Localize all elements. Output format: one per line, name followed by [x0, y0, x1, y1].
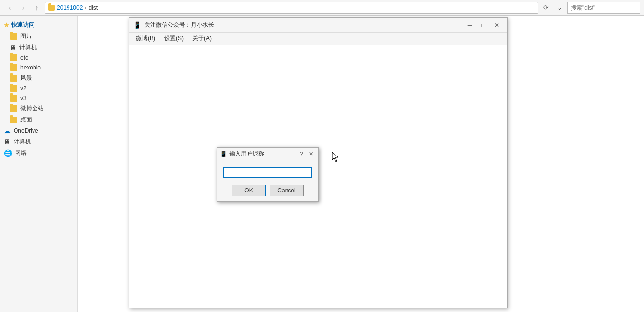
folder-icon-v2 [10, 85, 17, 92]
folder-icon-etc [10, 54, 17, 61]
sidebar-label-v3: v3 [20, 95, 27, 102]
folder-icon-scenery [10, 75, 17, 82]
sidebar-label-this-pc: 计算机 [14, 138, 31, 146]
breadcrumb: 20191002 › dist [45, 2, 538, 14]
sidebar-label-scenery: 风景 [20, 74, 32, 82]
close-button[interactable]: ✕ [491, 20, 503, 31]
folder-icon-v3 [10, 95, 17, 102]
app-title-text: 关注微信公众号：月小水长 [144, 21, 460, 29]
dialog-title-text: 输入用户昵称 [229, 150, 295, 158]
computer-icon-2: 🖥 [4, 138, 11, 146]
username-input[interactable] [223, 167, 312, 178]
sidebar-label-network: 网络 [15, 149, 27, 157]
folder-icon-hexoblo [10, 64, 17, 71]
sidebar-item-v3[interactable]: v3 [0, 93, 77, 103]
sidebar-label-pictures: 图片 [20, 32, 32, 40]
nav-bar: ‹ › ↑ 20191002 › dist ⟳ ⌄ [0, 0, 644, 16]
menu-settings[interactable]: 设置(S) [160, 33, 187, 44]
folder-icon-desktop [10, 117, 17, 123]
sidebar-label-computer: 计算机 [19, 43, 37, 52]
onedrive-icon: ☁ [4, 127, 11, 135]
sidebar-item-scenery[interactable]: 风景 [0, 72, 77, 84]
forward-button[interactable]: › [17, 2, 29, 14]
sidebar-item-desktop[interactable]: 桌面 [0, 114, 77, 125]
sidebar-label-desktop: 桌面 [20, 116, 32, 124]
dialog-footer: OK Cancel [217, 183, 318, 201]
sidebar-label-v2: v2 [20, 85, 27, 92]
maximize-button[interactable]: □ [477, 20, 490, 31]
back-button[interactable]: ‹ [4, 2, 16, 14]
sidebar-item-onedrive[interactable]: ☁ OneDrive [0, 125, 77, 136]
svg-marker-0 [332, 152, 338, 162]
folder-icon-weibo [10, 105, 17, 112]
dialog-titlebar: 📱 输入用户昵称 ? ✕ [217, 148, 318, 160]
search-input[interactable] [567, 2, 640, 14]
quick-access-label: 快速访问 [11, 21, 34, 29]
content-pane: 📱 关注微信公众号：月小水长 ─ □ ✕ 微博(B) 设置(S) 关于(A) 📱 [78, 16, 644, 312]
up-button[interactable]: ↑ [31, 2, 43, 14]
sidebar-item-this-pc[interactable]: 🖥 计算机 [0, 136, 77, 147]
app-window: 📱 关注微信公众号：月小水长 ─ □ ✕ 微博(B) 设置(S) 关于(A) 📱 [129, 17, 508, 308]
dialog-title-icon: 📱 [220, 151, 227, 157]
sidebar: ★ 快速访问 图片 🖥 计算机 etc hexoblo 风景 v2 [0, 16, 78, 312]
sidebar-item-pictures[interactable]: 图片 [0, 31, 77, 42]
sidebar-label-onedrive: OneDrive [14, 127, 38, 134]
sidebar-label-hexoblo: hexoblo [20, 64, 41, 71]
folder-icon-pictures [10, 33, 17, 40]
dialog-body [217, 160, 318, 183]
star-icon: ★ [4, 22, 9, 29]
window-controls: ─ □ ✕ [463, 20, 503, 31]
app-title-icon: 📱 [133, 21, 141, 29]
minimize-button[interactable]: ─ [463, 20, 476, 31]
window-menubar: 微博(B) 设置(S) 关于(A) [129, 33, 507, 45]
sidebar-item-hexoblo[interactable]: hexoblo [0, 63, 77, 72]
refresh-button[interactable]: ⟳ [540, 2, 552, 14]
breadcrumb-part2: dist [88, 4, 98, 11]
mouse-cursor [332, 152, 338, 162]
sidebar-label-weibo: 微博全站 [20, 104, 44, 113]
ok-button[interactable]: OK [232, 185, 266, 196]
computer-icon-1: 🖥 [10, 44, 17, 52]
sidebar-item-v2[interactable]: v2 [0, 84, 77, 93]
menu-about[interactable]: 关于(A) [188, 33, 216, 44]
sidebar-label-etc: etc [20, 54, 28, 61]
breadcrumb-part1[interactable]: 20191002 [57, 4, 83, 11]
dialog-help-button[interactable]: ? [297, 150, 305, 158]
dialog-close-button[interactable]: ✕ [306, 150, 315, 158]
sidebar-item-weibo[interactable]: 微博全站 [0, 103, 77, 114]
sidebar-quick-access[interactable]: ★ 快速访问 [0, 19, 77, 31]
input-dialog: 📱 输入用户昵称 ? ✕ OK Cancel [217, 147, 319, 202]
main-area: ★ 快速访问 图片 🖥 计算机 etc hexoblo 风景 v2 [0, 16, 644, 312]
sidebar-item-etc[interactable]: etc [0, 53, 77, 63]
menu-weibo[interactable]: 微博(B) [132, 33, 159, 44]
expand-button[interactable]: ⌄ [554, 2, 565, 14]
sidebar-item-network[interactable]: 🌐 网络 [0, 147, 77, 158]
dialog-controls: ? ✕ [297, 150, 315, 158]
sidebar-item-computer[interactable]: 🖥 计算机 [0, 42, 77, 53]
breadcrumb-separator: › [85, 4, 86, 11]
folder-icon [48, 5, 55, 11]
window-content: 📱 输入用户昵称 ? ✕ OK Cancel [129, 45, 507, 308]
window-titlebar: 📱 关注微信公众号：月小水长 ─ □ ✕ [129, 18, 507, 33]
network-icon: 🌐 [4, 149, 12, 157]
cancel-button[interactable]: Cancel [270, 185, 304, 196]
